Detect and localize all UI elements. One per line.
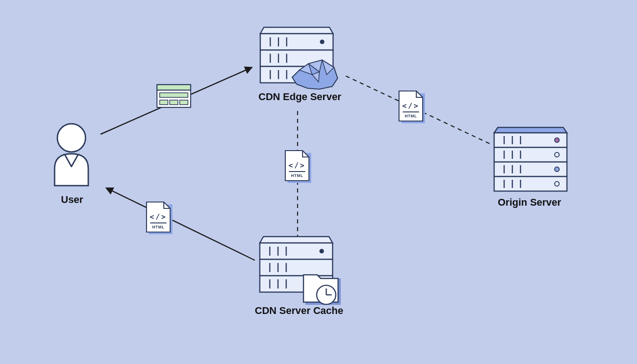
origin-server-icon — [494, 127, 567, 191]
user-icon — [55, 124, 88, 186]
origin-server-label: Origin Server — [498, 197, 561, 208]
code-symbol: </> — [150, 212, 167, 221]
folder-clock-icon — [303, 275, 341, 305]
html-file-icon: </> HTML — [399, 91, 425, 123]
cdn-server-cache-icon — [260, 237, 341, 305]
svg-point-54 — [555, 167, 559, 172]
cdn-edge-server-label: CDN Edge Server — [258, 91, 341, 103]
svg-rect-61 — [180, 100, 188, 105]
svg-rect-39 — [494, 177, 567, 191]
html-badge: HTML — [152, 225, 165, 229]
svg-point-52 — [555, 138, 559, 142]
user-label: User — [61, 194, 83, 206]
svg-rect-60 — [170, 100, 178, 105]
svg-rect-37 — [494, 147, 567, 162]
code-symbol: </> — [288, 161, 306, 170]
cdn-server-cache-label: CDN Server Cache — [255, 305, 343, 317]
svg-rect-20 — [260, 259, 333, 276]
svg-point-13 — [320, 40, 324, 44]
edge-cache-to-user — [106, 188, 255, 260]
cdn-edge-server-icon — [260, 27, 338, 89]
html-file-icon: </> HTML — [147, 202, 172, 234]
browser-window-icon — [157, 85, 191, 107]
html-file-icon: </> HTML — [285, 151, 311, 183]
svg-point-31 — [319, 249, 324, 253]
svg-rect-58 — [160, 93, 188, 97]
code-symbol: </> — [402, 101, 420, 110]
html-badge: HTML — [291, 173, 303, 178]
svg-rect-59 — [160, 100, 168, 105]
svg-rect-57 — [157, 85, 191, 90]
svg-point-0 — [57, 124, 86, 152]
html-badge: HTML — [405, 114, 417, 118]
